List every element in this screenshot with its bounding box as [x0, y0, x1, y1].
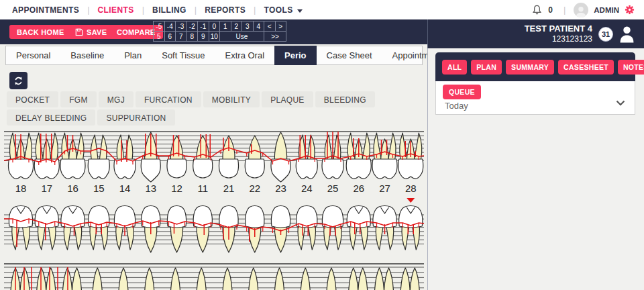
tab-soft-tissue[interactable]: Soft Tissue	[152, 46, 215, 64]
nav-separator: |	[564, 5, 566, 15]
svg-text:24: 24	[301, 183, 313, 194]
keypad-use-button[interactable]: Use	[219, 31, 264, 42]
keypad-cell[interactable]: 6	[164, 31, 176, 42]
suppuration-button[interactable]: SUPPURATION	[97, 109, 174, 126]
keypad-cell[interactable]: 10	[209, 31, 221, 42]
keypad-cell[interactable]: -3	[175, 21, 187, 32]
treatment-card-body: QUEUE Today	[435, 81, 635, 115]
tab-extra-oral[interactable]: Extra Oral	[215, 46, 275, 64]
keypad-next[interactable]: >	[275, 21, 287, 32]
bleeding-button[interactable]: BLEEDING	[315, 91, 375, 107]
keypad-prev[interactable]: <	[264, 21, 276, 32]
chevron-down-icon[interactable]	[616, 97, 625, 109]
nav-separator: |	[195, 5, 197, 15]
keypad-cell[interactable]: 3	[241, 21, 254, 32]
plaque-button[interactable]: PLAQUE	[262, 91, 313, 107]
keypad-cell[interactable]: 9	[197, 31, 209, 42]
svg-text:15: 15	[93, 183, 105, 194]
perio-chart[interactable]: 18171615141312112122232425262728	[3, 124, 425, 290]
action-bar: BACK HOME SAVE COMPARE -5 -4 -3 -2 -1 0 …	[0, 19, 427, 44]
svg-text:25: 25	[327, 183, 339, 194]
notification-bell-icon[interactable]	[531, 4, 543, 15]
save-button[interactable]: SAVE	[68, 25, 114, 39]
filter-all-button[interactable]: ALL	[442, 60, 467, 75]
patient-bar: TEST PATIENT 4 123123123 31	[427, 19, 644, 48]
notification-count: 0	[548, 5, 553, 15]
patient-age-badge: 31	[598, 27, 613, 42]
nav-clients[interactable]: CLIENTS	[98, 5, 134, 15]
mobility-button[interactable]: MOBILITY	[203, 91, 260, 107]
patient-id: 123123123	[525, 34, 592, 44]
tab-baseline[interactable]: Baseline	[60, 46, 114, 64]
svg-text:13: 13	[145, 183, 156, 194]
admin-label[interactable]: ADMIN	[594, 6, 619, 14]
fgm-button[interactable]: FGM	[60, 91, 97, 107]
keypad-cell[interactable]: 8	[186, 31, 199, 42]
keypad-cell[interactable]: 2	[231, 21, 243, 32]
user-avatar[interactable]	[574, 3, 588, 17]
patient-name: TEST PATIENT 4	[525, 23, 592, 34]
app-window: APPOINTMENTS | CLIENTS | BILLING | REPOR…	[0, 0, 644, 290]
keypad-cell[interactable]: -1	[197, 21, 209, 32]
svg-text:26: 26	[353, 183, 364, 194]
nav-billing[interactable]: BILLING	[152, 5, 186, 15]
svg-text:18: 18	[15, 183, 27, 194]
svg-text:14: 14	[119, 183, 131, 194]
svg-text:27: 27	[379, 183, 390, 194]
period-label[interactable]: Today	[445, 101, 468, 111]
keypad-cell[interactable]: 5	[153, 31, 165, 42]
svg-text:28: 28	[405, 183, 417, 194]
svg-text:21: 21	[223, 183, 235, 194]
keypad-cell[interactable]: -4	[164, 21, 176, 32]
tab-plan[interactable]: Plan	[114, 46, 152, 64]
keypad-cell[interactable]: 4	[253, 21, 265, 32]
filter-summary-button[interactable]: SUMMARY	[506, 60, 554, 75]
furcation-button[interactable]: FURCATION	[136, 91, 201, 107]
nav-reports[interactable]: REPORTS	[205, 5, 246, 15]
keypad-cell[interactable]: 7	[175, 31, 187, 42]
svg-text:16: 16	[67, 183, 78, 194]
svg-text:23: 23	[275, 183, 286, 194]
patient-tab-bar: Personal Baseline Plan Soft Tissue Extra…	[5, 46, 423, 65]
svg-text:22: 22	[249, 183, 260, 194]
delay-bleeding-button[interactable]: DELAY BLEEDING	[7, 109, 95, 126]
keypad-cell[interactable]: -2	[186, 21, 199, 32]
treatment-card-header: ALL PLAN SUMMARY CASESHEET NOTES	[435, 52, 635, 81]
perio-value-keypad: -5 -4 -3 -2 -1 0 1 2 3 4 < > 5 6 7 8 9 1…	[154, 21, 286, 42]
nav-appointments[interactable]: APPOINTMENTS	[12, 5, 79, 15]
tab-case-sheet[interactable]: Case Sheet	[317, 46, 382, 64]
pocket-button[interactable]: POCKET	[7, 91, 58, 107]
nav-separator: |	[142, 5, 144, 15]
patient-person-icon[interactable]	[619, 26, 635, 43]
queue-button[interactable]: QUEUE	[443, 85, 481, 99]
nav-separator: |	[87, 5, 89, 15]
keypad-cell[interactable]: 1	[219, 21, 231, 32]
perio-measure-toolbar: POCKET FGM MGJ FURCATION MOBILITY PLAQUE…	[7, 91, 419, 126]
refresh-button[interactable]	[9, 72, 28, 89]
keypad-cell[interactable]: 0	[209, 21, 221, 32]
refresh-icon	[13, 76, 23, 86]
right-panel: ALL PLAN SUMMARY CASESHEET NOTES QUEUE T…	[427, 48, 644, 290]
save-floppy-icon	[75, 28, 83, 36]
svg-text:17: 17	[41, 183, 52, 194]
svg-text:11: 11	[197, 183, 208, 194]
filter-casesheet-button[interactable]: CASESHEET	[558, 60, 614, 75]
svg-text:12: 12	[171, 183, 182, 194]
chevron-down-icon	[297, 9, 303, 13]
filter-plan-button[interactable]: PLAN	[471, 60, 502, 75]
back-home-button[interactable]: BACK HOME	[9, 25, 72, 39]
settings-gear-icon[interactable]	[625, 5, 635, 15]
top-navigation: APPOINTMENTS | CLIENTS | BILLING | REPOR…	[0, 0, 644, 19]
keypad-fast-forward[interactable]: >>	[264, 31, 286, 42]
mgj-button[interactable]: MGJ	[99, 91, 133, 107]
filter-notes-button[interactable]: NOTES	[618, 60, 644, 75]
keypad-cell[interactable]: -5	[153, 21, 165, 32]
nav-tools[interactable]: TOOLS	[264, 5, 302, 15]
nav-separator: |	[254, 5, 256, 15]
tab-perio[interactable]: Perio	[274, 46, 317, 65]
treatment-card: ALL PLAN SUMMARY CASESHEET NOTES QUEUE T…	[435, 52, 635, 115]
tab-personal[interactable]: Personal	[6, 46, 60, 64]
